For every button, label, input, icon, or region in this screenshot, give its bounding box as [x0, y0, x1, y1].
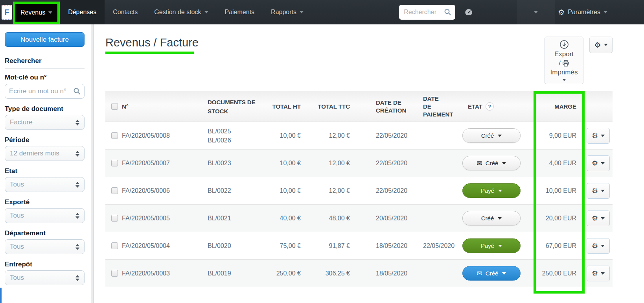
select-etat[interactable]: Tous: [5, 177, 85, 192]
nav-item-revenus[interactable]: Revenus: [15, 4, 57, 22]
row-marge: 250,00 EUR: [535, 270, 586, 277]
row-actions-button[interactable]: ⚙: [587, 155, 610, 171]
chevron-down-icon: [498, 245, 502, 247]
filter-label-etat: Etat: [5, 167, 85, 175]
status-pill[interactable]: Payé: [462, 183, 521, 198]
keyword-input[interactable]: [5, 84, 85, 99]
row-number[interactable]: FA/2020/05/0005: [119, 215, 208, 222]
select-type-de-document[interactable]: Facture: [5, 115, 85, 130]
gear-icon: ⚙: [592, 187, 598, 194]
table-row: FA/2020/05/0004 BL/0020 75,00 € 91,87 € …: [105, 232, 613, 260]
status-pill[interactable]: ✉ Créé: [462, 156, 521, 170]
row-number[interactable]: FA/2020/05/0007: [119, 160, 208, 167]
header-marge[interactable]: MARGE: [535, 103, 586, 111]
help-icon[interactable]: ?: [486, 102, 494, 111]
table-row: FA/2020/05/0003 BL/0019 250,00 € 306,25 …: [105, 260, 613, 287]
row-docs[interactable]: BL/0021: [208, 214, 267, 223]
row-actions-button[interactable]: ⚙: [587, 266, 610, 281]
chevron-down-icon: [534, 11, 538, 13]
chevron-down-icon: [601, 135, 605, 137]
export-separator: /: [559, 59, 561, 67]
row-number[interactable]: FA/2020/05/0008: [119, 132, 208, 139]
nav-item-depenses[interactable]: Dépenses: [60, 0, 105, 24]
gear-icon: ⚙: [592, 242, 598, 249]
row-checkbox[interactable]: [111, 242, 118, 249]
chevron-down-icon: [502, 272, 506, 275]
table-settings-button[interactable]: ⚙: [589, 37, 613, 53]
header-etat-label[interactable]: ETAT: [468, 103, 482, 111]
nav-item-gestion-de-stock[interactable]: Gestion de stock: [146, 0, 216, 24]
row-checkbox[interactable]: [111, 270, 118, 277]
gear-icon: ⚙: [594, 41, 601, 49]
row-checkbox[interactable]: [111, 160, 118, 166]
left-edge-marker: [0, 288, 2, 303]
row-docs[interactable]: BL/0022: [208, 186, 267, 195]
select-arrows-icon: [75, 120, 79, 126]
select-value: Tous: [10, 243, 75, 251]
select-periode[interactable]: 12 derniers mois: [5, 146, 85, 161]
status-pill[interactable]: Payé: [462, 238, 521, 253]
row-number[interactable]: FA/2020/05/0006: [119, 187, 208, 194]
row-checkbox[interactable]: [111, 132, 118, 139]
header-date-creation[interactable]: DATE DE CRÉATION: [358, 99, 405, 115]
header-total-ttc[interactable]: TOTAL TTC: [309, 103, 358, 111]
export-label: Export: [554, 50, 574, 58]
select-value: 12 derniers mois: [10, 150, 75, 157]
row-docs[interactable]: BL/0025BL/0026: [208, 127, 267, 145]
table-row: FA/2020/05/0006 BL/0022 10,00 € 12,00 € …: [105, 177, 613, 205]
row-actions-button[interactable]: ⚙: [587, 128, 610, 144]
user-menu[interactable]: [517, 0, 555, 24]
status-label: Créé: [486, 270, 499, 277]
row-checkbox[interactable]: [111, 215, 118, 222]
row-docs[interactable]: BL/0019: [208, 269, 267, 278]
dashboard-gauge-icon[interactable]: [464, 8, 473, 17]
keyword-label: Mot-clé ou n°: [5, 74, 85, 81]
status-pill[interactable]: Créé: [462, 128, 521, 143]
nav-item-rapports[interactable]: Rapports: [263, 0, 312, 24]
row-docs[interactable]: BL/0023: [208, 159, 267, 168]
row-actions-button[interactable]: ⚙: [587, 211, 610, 226]
row-total-ht: 10,00 €: [267, 132, 309, 139]
row-actions-button[interactable]: ⚙: [587, 238, 610, 254]
settings-label: Paramètres: [568, 9, 600, 16]
select-all-checkbox[interactable]: [111, 103, 118, 110]
header-stock-docs[interactable]: DOCUMENTS DE STOCK: [208, 98, 267, 116]
header-total-ht[interactable]: TOTAL HT: [267, 103, 309, 111]
select-value: Tous: [10, 274, 75, 282]
row-number[interactable]: FA/2020/05/0004: [119, 242, 208, 249]
envelope-icon: ✉: [477, 270, 482, 277]
settings-menu[interactable]: ⚙ Paramètres: [555, 0, 611, 24]
chevron-down-icon: [601, 162, 605, 164]
new-invoice-button[interactable]: Nouvelle facture: [5, 32, 85, 47]
select-entrepot[interactable]: Tous: [5, 270, 85, 285]
status-label: Créé: [481, 215, 494, 222]
row-total-ttc: 91,87 €: [309, 242, 358, 249]
sidebar-divider: [5, 68, 85, 69]
status-label: Créé: [481, 132, 494, 139]
row-actions-button[interactable]: ⚙: [587, 183, 610, 199]
row-number[interactable]: FA/2020/05/0003: [119, 270, 208, 277]
keyword-search: [5, 84, 85, 99]
chevron-down-icon: [601, 245, 605, 247]
nav-item-contacts[interactable]: Contacts: [105, 0, 146, 24]
row-checkbox[interactable]: [111, 187, 118, 194]
row-date-paiement: 22/05/2020: [405, 242, 448, 249]
header-number[interactable]: N°: [119, 103, 208, 111]
gear-icon: ⚙: [592, 270, 598, 277]
row-total-ttc: 12,00 €: [309, 132, 358, 139]
row-docs[interactable]: BL/0020: [208, 241, 267, 250]
app-logo[interactable]: F: [2, 5, 12, 20]
export-print-button[interactable]: Export / Imprimés: [545, 37, 583, 84]
select-exporte[interactable]: Tous: [5, 208, 85, 223]
nav-item-label: Rapports: [271, 9, 296, 16]
header-date-paiement[interactable]: DATE DE PAIEMENT: [405, 95, 448, 118]
select-arrows-icon: [75, 182, 79, 188]
select-departement[interactable]: Tous: [5, 239, 85, 254]
search-icon[interactable]: [73, 87, 81, 95]
row-total-ht: 10,00 €: [267, 187, 309, 194]
status-pill[interactable]: Créé: [462, 211, 521, 225]
nav-item-paiements[interactable]: Paiements: [217, 0, 263, 24]
search-icon[interactable]: [444, 8, 452, 16]
chevron-down-icon: [498, 190, 502, 192]
status-pill[interactable]: ✉ Créé: [462, 266, 521, 281]
